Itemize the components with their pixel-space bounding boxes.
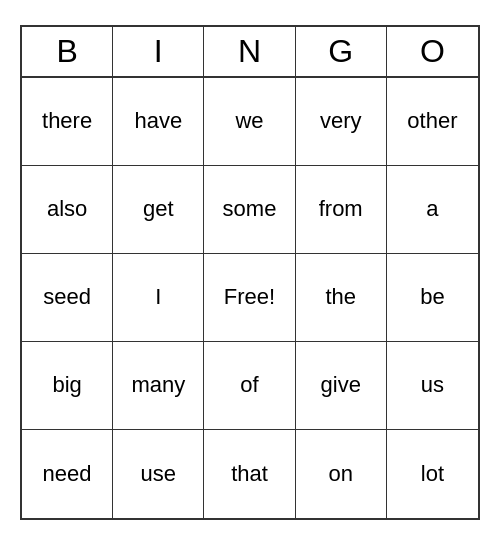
cell-21: use bbox=[113, 430, 204, 518]
cell-17: of bbox=[204, 342, 295, 430]
cell-23: on bbox=[296, 430, 387, 518]
cell-0: there bbox=[22, 78, 113, 166]
cell-18: give bbox=[296, 342, 387, 430]
cell-1: have bbox=[113, 78, 204, 166]
header-g: G bbox=[296, 27, 387, 76]
cell-10: seed bbox=[22, 254, 113, 342]
cell-2: we bbox=[204, 78, 295, 166]
cell-15: big bbox=[22, 342, 113, 430]
cell-24: lot bbox=[387, 430, 478, 518]
cell-9: a bbox=[387, 166, 478, 254]
cell-5: also bbox=[22, 166, 113, 254]
cell-6: get bbox=[113, 166, 204, 254]
header-i: I bbox=[113, 27, 204, 76]
cell-4: other bbox=[387, 78, 478, 166]
cell-19: us bbox=[387, 342, 478, 430]
bingo-header: B I N G O bbox=[22, 27, 478, 78]
cell-8: from bbox=[296, 166, 387, 254]
cell-22: that bbox=[204, 430, 295, 518]
cell-3: very bbox=[296, 78, 387, 166]
bingo-grid: there have we very other also get some f… bbox=[22, 78, 478, 518]
bingo-card: B I N G O there have we very other also … bbox=[20, 25, 480, 520]
cell-12: Free! bbox=[204, 254, 295, 342]
cell-14: be bbox=[387, 254, 478, 342]
cell-11: I bbox=[113, 254, 204, 342]
cell-7: some bbox=[204, 166, 295, 254]
header-o: O bbox=[387, 27, 478, 76]
cell-16: many bbox=[113, 342, 204, 430]
cell-20: need bbox=[22, 430, 113, 518]
header-b: B bbox=[22, 27, 113, 76]
cell-13: the bbox=[296, 254, 387, 342]
header-n: N bbox=[204, 27, 295, 76]
